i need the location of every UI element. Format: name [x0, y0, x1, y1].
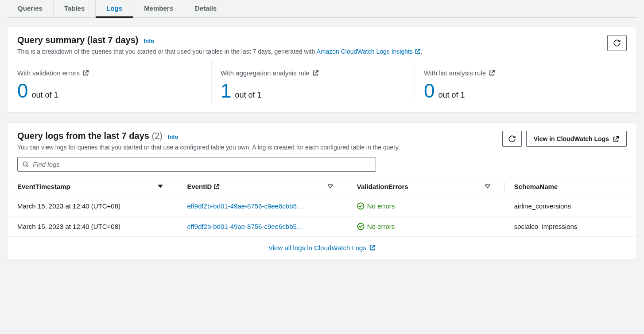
summary-desc-suffix: . [421, 48, 423, 55]
col-eventid-label: EventID [187, 183, 212, 190]
external-link-icon [213, 184, 220, 190]
cell-schema: socialco_impressions [504, 216, 636, 237]
stat-aggregation-rule: With aggregation analysis rule 1 out of … [221, 61, 415, 102]
sort-icon [485, 183, 490, 190]
stat-validation-errors: With validation errors 0 out of 1 [17, 61, 212, 102]
stat-value: 0 [17, 81, 28, 101]
stat-label: With validation errors [17, 69, 80, 77]
external-link-icon[interactable] [312, 70, 319, 76]
cell-timestamp: March 15, 2023 at 12:40 (UTC+08) [8, 196, 177, 216]
logs-title-text: Query logs from the last 7 days [17, 131, 149, 141]
col-schema[interactable]: SchemaName [504, 177, 636, 196]
stat-out-of: out of 1 [438, 90, 465, 100]
cloudwatch-insights-link-text: Amazon CloudWatch Logs Insights [317, 48, 413, 55]
cell-validation-text: No errors [367, 223, 395, 230]
cell-schema: airline_conversions [504, 196, 636, 216]
view-all-logs-text: View all logs in CloudWatch Logs [268, 244, 366, 251]
external-link-icon[interactable] [489, 70, 495, 76]
tab-details[interactable]: Details [184, 0, 227, 17]
stat-list-rule: With list analysis rule 0 out of 1 [424, 61, 618, 102]
cell-validation: No errors [347, 216, 504, 237]
tab-members[interactable]: Members [133, 0, 184, 17]
summary-stats: With validation errors 0 out of 1 With a… [8, 61, 636, 112]
stat-out-of: out of 1 [235, 90, 261, 100]
logs-info-link[interactable]: Info [168, 134, 178, 140]
col-validation-label: ValidationErrors [357, 183, 408, 190]
summary-desc-prefix: This is a breakdown of the queries that … [17, 48, 317, 55]
external-link-icon[interactable] [82, 70, 89, 76]
refresh-icon [613, 39, 621, 47]
view-cloudwatch-label: View in CloudWatch Logs [534, 135, 609, 142]
logs-desc: You can view logs for queries that you s… [17, 144, 502, 151]
cell-eventid[interactable]: eff9df2b-bd01-49ae-8756-c9ee6cbb5… [177, 216, 347, 237]
svg-point-0 [23, 162, 27, 166]
search-input[interactable] [33, 161, 371, 168]
logs-title: Query logs from the last 7 days (2) [17, 131, 163, 141]
success-icon [357, 223, 365, 230]
cell-timestamp: March 15, 2023 at 12:40 (UTC+08) [8, 216, 177, 237]
stat-label: With aggregation analysis rule [221, 69, 310, 77]
search-container [17, 157, 376, 172]
refresh-icon [508, 135, 516, 143]
success-icon [357, 202, 365, 210]
logs-table: EventTimestamp EventID [8, 177, 636, 236]
table-row: March 15, 2023 at 12:40 (UTC+08) eff9df2… [8, 216, 636, 237]
tab-tables[interactable]: Tables [54, 0, 96, 17]
col-eventid[interactable]: EventID [177, 177, 347, 196]
cell-validation: No errors [347, 196, 504, 216]
table-row: March 15, 2023 at 12:40 (UTC+08) eff9df2… [8, 196, 636, 216]
query-logs-panel: Query logs from the last 7 days (2) Info… [7, 122, 637, 260]
view-cloudwatch-button[interactable]: View in CloudWatch Logs [526, 131, 627, 147]
sort-icon [328, 183, 333, 190]
col-validation-errors[interactable]: ValidationErrors [347, 177, 504, 196]
view-all-logs-link[interactable]: View all logs in CloudWatch Logs [268, 244, 376, 251]
summary-desc: This is a breakdown of the queries that … [17, 48, 607, 55]
tabs: Queries Tables Logs Members Details [7, 0, 637, 18]
stat-value: 1 [221, 81, 231, 101]
external-link-icon [613, 136, 619, 142]
refresh-logs-button[interactable] [502, 131, 522, 147]
search-icon [22, 161, 29, 168]
cloudwatch-insights-link[interactable]: Amazon CloudWatch Logs Insights [317, 48, 421, 55]
cell-eventid[interactable]: eff9df2b-bd01-49ae-8756-c9ee6cbb5… [177, 196, 347, 216]
tab-logs[interactable]: Logs [96, 0, 133, 18]
external-link-icon [369, 244, 376, 251]
query-summary-panel: Query summary (last 7 days) Info This is… [7, 27, 637, 113]
refresh-summary-button[interactable] [607, 35, 627, 51]
cell-validation-text: No errors [367, 202, 395, 210]
summary-info-link[interactable]: Info [144, 38, 154, 44]
col-schema-label: SchemaName [514, 183, 558, 190]
logs-count: (2) [151, 131, 162, 141]
tab-queries[interactable]: Queries [7, 0, 54, 17]
stat-out-of: out of 1 [31, 90, 58, 100]
summary-title: Query summary (last 7 days) [17, 35, 138, 45]
col-timestamp-label: EventTimestamp [17, 183, 70, 190]
external-link-icon [415, 48, 421, 55]
stat-value: 0 [424, 81, 435, 101]
sort-desc-icon [158, 183, 163, 190]
stat-label: With list analysis rule [424, 69, 486, 77]
col-timestamp[interactable]: EventTimestamp [8, 177, 177, 196]
